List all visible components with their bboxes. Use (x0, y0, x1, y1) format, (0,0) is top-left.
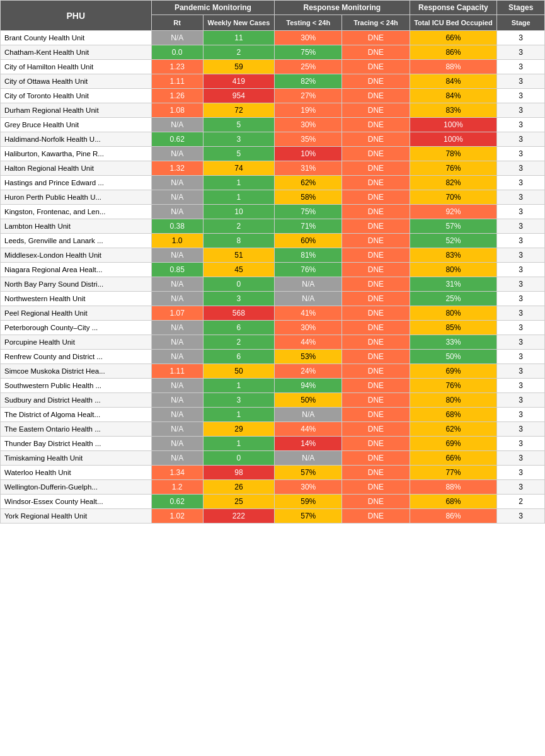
icu-cell: 100% (410, 118, 497, 132)
phu-name-cell: Leeds, Grenville and Lanark ... (1, 234, 152, 248)
testing-cell: N/A (275, 277, 342, 292)
stage-cell: 3 (497, 422, 545, 437)
table-row: Northwestern Health Unit N/A 3 N/A DNE 2… (1, 292, 545, 306)
tracing-cell: DNE (342, 495, 410, 509)
table-row: Leeds, Grenville and Lanark ... 1.0 8 60… (1, 234, 545, 248)
testing-cell: N/A (275, 292, 342, 306)
tracing-cell: DNE (342, 480, 410, 495)
icu-cell: 85% (410, 321, 497, 335)
phu-name-cell: Thunder Bay District Health ... (1, 437, 152, 451)
stage-cell: 3 (497, 103, 545, 118)
phu-name-cell: Huron Perth Public Health U... (1, 190, 152, 205)
testing-cell: 10% (275, 147, 342, 161)
icu-cell: 62% (410, 422, 497, 437)
stage-cell: 3 (497, 509, 545, 524)
icu-cell: 88% (410, 480, 497, 495)
tracing-cell: DNE (342, 205, 410, 219)
tracing-cell: DNE (342, 277, 410, 292)
phu-name-cell: The District of Algoma Healt... (1, 408, 152, 422)
rt-cell: N/A (151, 321, 203, 335)
table-row: York Regional Health Unit 1.02 222 57% D… (1, 509, 545, 524)
phu-name-cell: Halton Regional Health Unit (1, 161, 152, 176)
testing-cell: 44% (275, 335, 342, 350)
weekly-cell: 6 (203, 321, 275, 335)
icu-cell: 80% (410, 306, 497, 321)
table-row: Peterborough County–City ... N/A 6 30% D… (1, 321, 545, 335)
tracing-cell: DNE (342, 74, 410, 89)
tracing-cell: DNE (342, 147, 410, 161)
icu-cell: 83% (410, 248, 497, 263)
weekly-cell: 0 (203, 451, 275, 466)
icu-cell: 50% (410, 350, 497, 364)
table-row: Waterloo Health Unit 1.34 98 57% DNE 77%… (1, 466, 545, 480)
rt-cell: 1.0 (151, 234, 203, 248)
tracing-cell: DNE (342, 176, 410, 190)
stage-cell: 3 (497, 393, 545, 408)
table-row: Huron Perth Public Health U... N/A 1 58%… (1, 190, 545, 205)
stage-cell: 3 (497, 321, 545, 335)
icu-cell: 84% (410, 89, 497, 103)
phu-name-cell: Sudbury and District Health ... (1, 393, 152, 408)
phu-name-cell: Chatham-Kent Health Unit (1, 45, 152, 60)
weekly-cell: 8 (203, 234, 275, 248)
tracing-cell: DNE (342, 292, 410, 306)
rt-cell: 1.11 (151, 74, 203, 89)
table-row: Halton Regional Health Unit 1.32 74 31% … (1, 161, 545, 176)
tracing-cell: DNE (342, 364, 410, 379)
phu-name-cell: Hastings and Prince Edward ... (1, 176, 152, 190)
tracing-cell: DNE (342, 234, 410, 248)
testing-cell: 19% (275, 103, 342, 118)
testing-cell: 30% (275, 321, 342, 335)
table-row: Wellington-Dufferin-Guelph... 1.2 26 30%… (1, 480, 545, 495)
stage-cell: 3 (497, 89, 545, 103)
testing-cell: 24% (275, 364, 342, 379)
rt-cell: 1.23 (151, 60, 203, 74)
phu-name-cell: Grey Bruce Health Unit (1, 118, 152, 132)
tracing-cell: DNE (342, 466, 410, 480)
weekly-cell: 1 (203, 190, 275, 205)
weekly-cell: 11 (203, 31, 275, 45)
icu-cell: 80% (410, 393, 497, 408)
rt-cell: 1.34 (151, 466, 203, 480)
testing-cell: 14% (275, 437, 342, 451)
weekly-cell: 3 (203, 132, 275, 147)
icu-subheader: Total ICU Bed Occupied (410, 15, 497, 31)
testing-cell: 31% (275, 161, 342, 176)
rt-cell: 0.0 (151, 45, 203, 60)
phu-name-cell: Haliburton, Kawartha, Pine R... (1, 147, 152, 161)
table-row: Simcoe Muskoka District Hea... 1.11 50 2… (1, 364, 545, 379)
stage-cell: 3 (497, 292, 545, 306)
stage-cell: 3 (497, 437, 545, 451)
testing-cell: 57% (275, 509, 342, 524)
icu-cell: 77% (410, 466, 497, 480)
table-row: Thunder Bay District Health ... N/A 1 14… (1, 437, 545, 451)
weekly-cell: 29 (203, 422, 275, 437)
icu-cell: 69% (410, 437, 497, 451)
testing-cell: 30% (275, 480, 342, 495)
phu-name-cell: Peel Regional Health Unit (1, 306, 152, 321)
phu-name-cell: Simcoe Muskoka District Hea... (1, 364, 152, 379)
testing-cell: 44% (275, 422, 342, 437)
table-row: Peel Regional Health Unit 1.07 568 41% D… (1, 306, 545, 321)
table-row: Niagara Regional Area Healt... 0.85 45 7… (1, 263, 545, 277)
tracing-cell: DNE (342, 422, 410, 437)
phu-name-cell: Porcupine Health Unit (1, 335, 152, 350)
phu-name-cell: Lambton Health Unit (1, 219, 152, 234)
weekly-cell: 0 (203, 277, 275, 292)
tracing-cell: DNE (342, 509, 410, 524)
weekly-cell: 419 (203, 74, 275, 89)
stage-cell: 3 (497, 31, 545, 45)
icu-cell: 68% (410, 495, 497, 509)
stage-cell: 3 (497, 147, 545, 161)
phu-name-cell: The Eastern Ontario Health ... (1, 422, 152, 437)
rt-cell: 1.32 (151, 161, 203, 176)
phu-name-cell: Middlesex-London Health Unit (1, 248, 152, 263)
stage-cell: 3 (497, 451, 545, 466)
table-row: Durham Regional Health Unit 1.08 72 19% … (1, 103, 545, 118)
icu-cell: 25% (410, 292, 497, 306)
tracing-cell: DNE (342, 248, 410, 263)
weekly-cell: 45 (203, 263, 275, 277)
phu-name-cell: City of Hamilton Health Unit (1, 60, 152, 74)
rt-cell: N/A (151, 292, 203, 306)
icu-cell: 86% (410, 45, 497, 60)
